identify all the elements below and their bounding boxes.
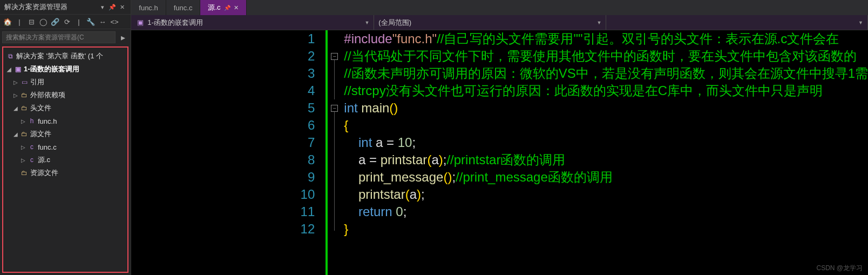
panel-header: 解决方案资源管理器 ▾ 📌 ✕	[0, 0, 131, 14]
showall-icon[interactable]: <>	[109, 16, 120, 28]
pin-icon[interactable]: 📌	[224, 5, 230, 11]
search-row: ▸	[0, 29, 131, 45]
scope-dropdown[interactable]: (全局范围) ▼	[374, 15, 606, 30]
chevron-down-icon: ▼	[596, 20, 601, 25]
close-tab-icon[interactable]: ✕	[234, 4, 239, 11]
fold-line	[334, 60, 335, 99]
project-icon: ▣	[13, 65, 23, 73]
fold-strip: − −	[326, 30, 342, 275]
line-numbers: 123 456 789 101112	[131, 30, 326, 275]
solution-icon: ⧉	[5, 52, 15, 60]
sources-label: 源文件	[30, 129, 51, 139]
code-content[interactable]: #include"func.h"//自己写的头文件需要用""引起。双引号的头文件…	[342, 30, 868, 275]
toolbar-sep: |	[73, 16, 84, 28]
folder-icon: 🗀	[19, 169, 29, 177]
dropdown-icon[interactable]: ▾	[98, 3, 107, 11]
pin-icon[interactable]: 📌	[108, 3, 117, 11]
sync-icon[interactable]: 🔗	[50, 16, 60, 28]
chevron-right-icon[interactable]: ▷	[19, 144, 27, 150]
headers-label: 头文件	[30, 103, 51, 113]
code-editor[interactable]: 123 456 789 101112 − − #include"func.h"/…	[131, 30, 868, 275]
back-icon[interactable]: ◯	[38, 16, 49, 28]
project-dropdown[interactable]: ▣1-函数的嵌套调用 ▼	[131, 15, 374, 30]
tab-source-c[interactable]: 源.c 📌 ✕	[200, 0, 246, 15]
search-input[interactable]	[2, 31, 116, 43]
fold-toggle[interactable]: −	[331, 53, 338, 60]
c-file-icon: c	[27, 143, 37, 151]
tab-label: func.c	[174, 4, 193, 12]
file-label: 源.c	[38, 155, 50, 165]
dropdown-label: 1-函数的嵌套调用	[147, 18, 203, 26]
chevron-down-icon: ▼	[364, 20, 369, 25]
panel-toolbar: 🏠 | ⊟ ◯ 🔗 ⟳ | 🔧 ↔ <>	[0, 14, 131, 29]
project-icon: ▣	[135, 18, 145, 26]
external-deps-label: 外部依赖项	[30, 90, 65, 100]
solution-explorer-panel: 解决方案资源管理器 ▾ 📌 ✕ 🏠 | ⊟ ◯ 🔗 ⟳ | 🔧 ↔ <> ▸ ⧉…	[0, 0, 131, 275]
solution-node[interactable]: ⧉ 解决方案 '第六章 函数' (1 个	[4, 50, 126, 63]
references-label: 引用	[30, 77, 44, 87]
project-label: 1-函数的嵌套调用	[24, 64, 79, 74]
chevron-down-icon: ▼	[858, 20, 863, 25]
properties-icon[interactable]: 🔧	[85, 16, 96, 28]
header-file-icon: h	[27, 117, 37, 125]
close-icon[interactable]: ✕	[118, 3, 126, 11]
solution-label: 解决方案 '第六章 函数' (1 个	[16, 51, 103, 61]
tab-bar: func.h func.c 源.c 📌 ✕	[131, 0, 868, 15]
chevron-right-icon[interactable]: ▷	[12, 92, 19, 98]
chevron-right-icon[interactable]: ▷	[19, 157, 27, 163]
folder-icon: 🗀	[19, 130, 29, 138]
panel-title: 解决方案资源管理器	[4, 2, 98, 12]
scope-icon[interactable]: ↔	[97, 16, 108, 28]
file-source-c[interactable]: ▷ c 源.c	[4, 153, 126, 166]
references-node[interactable]: ▷ ▭ 引用	[4, 76, 126, 89]
tab-label: 源.c	[208, 3, 220, 12]
chevron-down-icon[interactable]: ◢	[12, 105, 19, 111]
tab-func-c[interactable]: func.c	[166, 0, 201, 15]
chevron-down-icon[interactable]: ◢	[5, 66, 13, 72]
resources-label: 资源文件	[30, 168, 58, 178]
references-icon: ▭	[19, 78, 29, 86]
watermark: CSDN @龙学习	[816, 264, 863, 273]
file-func-c[interactable]: ▷ c func.c	[4, 140, 126, 153]
folder-icon: 🗀	[19, 91, 29, 99]
project-node[interactable]: ◢ ▣ 1-函数的嵌套调用	[4, 63, 126, 76]
tab-func-h[interactable]: func.h	[131, 0, 166, 15]
nav-bar: ▣1-函数的嵌套调用 ▼ (全局范围) ▼ ▼	[131, 15, 868, 30]
resources-folder[interactable]: 🗀 资源文件	[4, 166, 126, 179]
collapse-icon[interactable]: ⊟	[26, 16, 37, 28]
file-label: func.h	[38, 117, 57, 125]
editor-area: func.h func.c 源.c 📌 ✕ ▣1-函数的嵌套调用 ▼ (全局范围…	[131, 0, 868, 275]
refresh-icon[interactable]: ⟳	[62, 16, 72, 28]
sources-folder[interactable]: ◢ 🗀 源文件	[4, 128, 126, 140]
toolbar-sep: |	[14, 16, 25, 28]
external-deps-node[interactable]: ▷ 🗀 外部依赖项	[4, 89, 126, 102]
member-dropdown[interactable]: ▼	[606, 15, 868, 30]
gutter: 123 456 789 101112 − −	[131, 30, 342, 275]
home-icon[interactable]: 🏠	[2, 16, 13, 28]
c-file-icon: c	[27, 156, 37, 164]
fold-toggle[interactable]: −	[331, 105, 338, 112]
fold-line	[334, 112, 335, 231]
headers-folder[interactable]: ◢ 🗀 头文件	[4, 102, 126, 115]
chevron-right-icon[interactable]: ▷	[19, 118, 27, 124]
file-label: func.c	[38, 143, 57, 151]
tab-label: func.h	[139, 4, 158, 12]
search-go-icon[interactable]: ▸	[118, 32, 128, 43]
file-func-h[interactable]: ▷ h func.h	[4, 115, 126, 128]
folder-icon: 🗀	[19, 104, 29, 112]
dropdown-label: (全局范围)	[378, 18, 411, 28]
solution-tree: ⧉ 解决方案 '第六章 函数' (1 个 ◢ ▣ 1-函数的嵌套调用 ▷ ▭ 引…	[2, 46, 128, 273]
chevron-right-icon[interactable]: ▷	[12, 79, 19, 85]
chevron-down-icon[interactable]: ◢	[12, 131, 19, 137]
